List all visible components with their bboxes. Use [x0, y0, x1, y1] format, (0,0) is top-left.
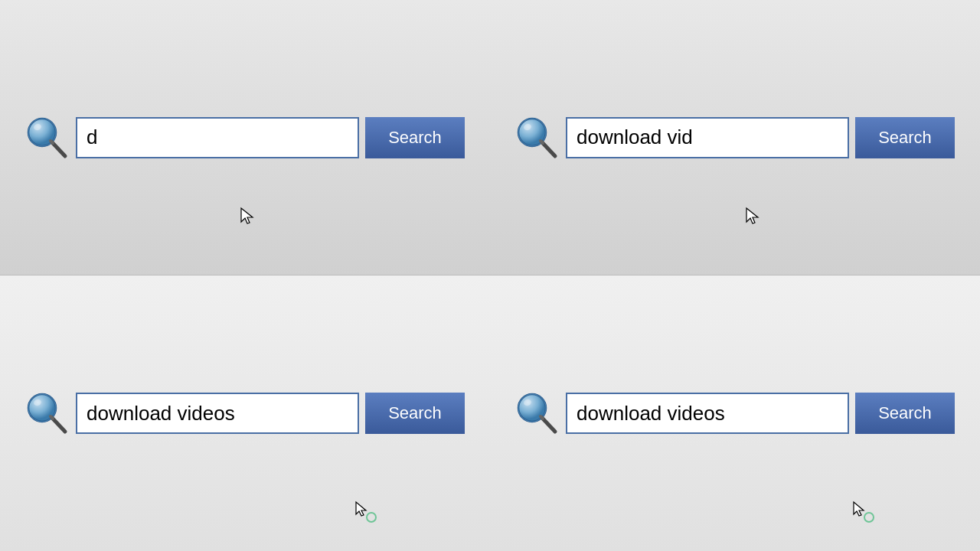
top-panel: Search Search — [0, 0, 980, 276]
search-input-bottom-right[interactable] — [566, 393, 849, 434]
svg-point-25 — [864, 513, 874, 522]
cursor-loading-bottom-left — [354, 500, 377, 523]
svg-line-23 — [541, 416, 543, 419]
magnifier-icon-bottom-right — [515, 391, 560, 435]
svg-line-3 — [52, 142, 65, 156]
svg-point-18 — [367, 513, 376, 522]
svg-line-22 — [542, 418, 555, 432]
svg-line-16 — [51, 416, 53, 419]
magnifier-icon-top-left — [25, 116, 70, 160]
search-widget-bottom-right: Search — [515, 391, 955, 435]
svg-marker-17 — [356, 502, 366, 516]
svg-line-10 — [541, 141, 543, 143]
search-widget-top-left: Search — [25, 116, 465, 160]
search-widget-bottom-left: Search — [25, 391, 465, 435]
svg-line-4 — [51, 141, 53, 143]
bottom-panel: Search Search — [0, 276, 980, 551]
svg-line-15 — [52, 418, 65, 432]
search-button-top-left[interactable]: Search — [365, 117, 465, 158]
cursor-top-left — [240, 207, 255, 225]
cursor-top-right — [745, 207, 760, 225]
search-button-top-right[interactable]: Search — [855, 117, 955, 158]
svg-marker-11 — [746, 208, 758, 223]
search-input-top-right[interactable] — [566, 117, 849, 158]
magnifier-icon-bottom-left — [25, 391, 70, 435]
magnifier-icon-top-right — [515, 116, 560, 160]
svg-marker-24 — [854, 502, 864, 516]
search-input-top-left[interactable] — [76, 117, 359, 158]
cursor-loading-bottom-right — [852, 500, 875, 523]
svg-line-9 — [542, 142, 555, 156]
search-input-bottom-left[interactable] — [76, 393, 359, 434]
search-button-bottom-left[interactable]: Search — [365, 393, 465, 434]
search-button-bottom-right[interactable]: Search — [855, 393, 955, 434]
search-widget-top-right: Search — [515, 116, 955, 160]
svg-marker-5 — [241, 208, 253, 223]
